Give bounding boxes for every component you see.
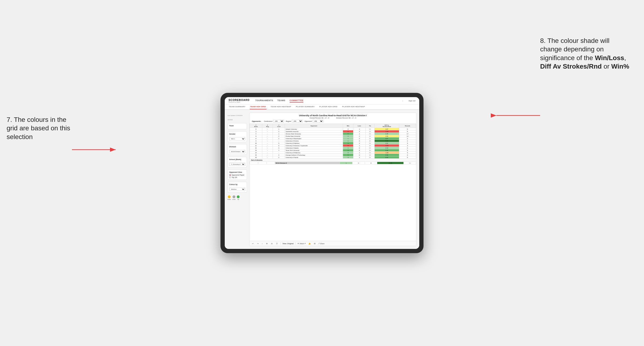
cell-loss: 1 — [353, 128, 366, 130]
legend-up-circle — [237, 195, 240, 198]
conference-filter-select[interactable]: (All) — [273, 120, 284, 123]
cell-opponent: Vanderbilt University — [285, 130, 343, 133]
cell-opponent: Florida State University — [285, 135, 343, 137]
sub-nav-player-summary[interactable]: PLAYER SUMMARY — [295, 104, 315, 109]
cell-opponent: University of Virginia — [285, 147, 343, 149]
sub-nav-team-h2h-grid[interactable]: TEAM H2H GRID — [250, 104, 266, 109]
gender-select[interactable]: Men's — [229, 137, 245, 141]
cell-reg: - — [262, 156, 273, 159]
grid-header: University of North Carolina Head-to-Hea… — [250, 113, 416, 124]
radio-top100[interactable]: Top 100 — [229, 176, 245, 178]
sub-nav-player-h2h-heatmap[interactable]: PLAYER H2H HEATMAP — [342, 104, 366, 109]
nav-back-btn[interactable]: ‹ — [261, 242, 264, 245]
watch-btn[interactable]: 👁 Watch ▾ — [298, 243, 306, 244]
cell-reg: - — [262, 142, 273, 145]
cell-loss: 0 — [353, 137, 366, 140]
bottom-toolbar: ↩ ↪ ‹ ⊕ ⊖ ⏱ View: Original 👁 Watch ▾ 👍 ⊞ — [250, 241, 416, 246]
cell-reg: - — [262, 130, 273, 133]
grid-btn[interactable]: ⊞ — [313, 242, 316, 245]
region-filter-select[interactable]: (All) — [292, 120, 303, 123]
cell-rounds: 12 — [399, 135, 416, 137]
cell-diff: -2.29 — [374, 130, 399, 133]
cell-tie: 0 — [366, 133, 374, 135]
radio-opponents-played[interactable]: Opponents Played — [229, 174, 245, 176]
opponent-filter-label: Opponent — [304, 120, 312, 122]
cell-rank: 3 — [250, 130, 262, 133]
cell-tie-out: 0 — [365, 162, 377, 164]
nav-teams[interactable]: TEAMS — [278, 99, 286, 103]
cell-rank-out — [250, 162, 258, 164]
grid-filters: Opponents: Conference (All) Region (All) — [252, 120, 414, 123]
cell-win: 5 — [343, 154, 353, 156]
cell-rounds: 3 — [399, 137, 416, 140]
cell-loss: 1 — [353, 152, 366, 154]
nav-committee[interactable]: COMMITTEE — [290, 99, 304, 103]
opponents-label: Opponents: — [252, 120, 261, 122]
team-label: Team — [229, 125, 245, 127]
legend-down-label: Down — [228, 199, 231, 200]
sub-nav-team-h2h-heatmap[interactable]: TEAM H2H HEATMAP — [270, 104, 292, 109]
cell-tie: 0 — [366, 152, 374, 154]
sub-nav-team-summary[interactable]: TEAM SUMMARY — [228, 104, 246, 109]
cell-loss: 1 — [353, 133, 366, 135]
cell-opponent: University of Arizona — [285, 140, 343, 142]
main-content: Last Updated: 27/03/2024 16:55:38 Team G… — [225, 110, 419, 249]
gender-section: Gender Men's — [228, 131, 247, 142]
cell-loss: 4 — [353, 130, 366, 133]
conference-filter-label: Conference — [264, 120, 272, 122]
legend-level: Level — [232, 195, 235, 200]
cell-rank: 16 — [250, 156, 262, 159]
share-btn[interactable]: ↗ Share — [318, 243, 324, 244]
school-select[interactable]: 1. University of Nort... — [229, 163, 245, 166]
cell-win-out: 1 — [340, 162, 352, 164]
grid-table-container: #Rank #Reg #Conf Opponent Win Loss Tie D… — [250, 124, 416, 241]
cell-diff: 2.33 — [374, 147, 399, 149]
cell-opponent: Texas Tech University — [285, 149, 343, 152]
cell-reg: - — [262, 128, 273, 130]
redo-btn[interactable]: ↪ — [256, 242, 260, 245]
cell-win: 3 — [343, 152, 353, 154]
col-conf: #Conf — [273, 124, 285, 128]
cell-tie: 0 — [366, 145, 374, 147]
cell-conf: 4 — [273, 154, 285, 156]
cell-opponent: University of Washington — [285, 137, 343, 140]
cell-rank: 11 — [250, 145, 262, 147]
division-record: Division Record: 88 - 17 - 0 — [336, 117, 356, 119]
cell-rank: 6 — [250, 135, 262, 137]
right-panel: University of North Carolina Head-to-Hea… — [249, 113, 416, 246]
cell-opponent: University of Oklahoma — [285, 152, 343, 154]
table-row: 13 - 1 Texas Tech University 3 0 0 5.56 … — [250, 149, 416, 152]
clock-btn[interactable]: ⏱ — [275, 242, 278, 245]
cell-win: 1 — [343, 137, 353, 140]
last-updated: Last Updated: 27/03/2024 16:55:38 — [228, 113, 247, 121]
division-select[interactable]: NCAA Division I — [229, 150, 245, 153]
minus-btn[interactable]: ⊖ — [270, 242, 273, 245]
annotation-left: 7. The colours in the grid are based on … — [6, 116, 73, 141]
cell-tie: 0 — [366, 140, 374, 142]
cell-opponent: Arizona State University — [285, 133, 343, 135]
cell-rank: 14 — [250, 152, 262, 154]
cell-conf: 6 — [273, 145, 285, 147]
sign-out-link[interactable]: Sign out — [409, 100, 416, 102]
legend-up: Up — [237, 195, 240, 200]
colour-by-select[interactable]: Win/loss — [229, 188, 245, 191]
thumbs-btn[interactable]: 👍 — [308, 242, 312, 245]
cell-reg: - — [262, 137, 273, 140]
cell-tie: 0 — [366, 128, 374, 130]
cell-rounds: 8 — [399, 142, 416, 145]
nav-tournaments[interactable]: TOURNAMENTS — [255, 99, 273, 103]
cell-rank: 9 — [250, 140, 262, 142]
cell-rounds: 9 — [399, 156, 416, 159]
opponent-view-label: Opponent View — [229, 171, 245, 173]
radio-dot-unselected — [229, 176, 231, 178]
add-btn[interactable]: ⊕ — [265, 242, 268, 245]
nav-links: TOURNAMENTS TEAMS COMMITTEE — [255, 99, 323, 103]
sub-nav-player-h2h-grid[interactable]: PLAYER H2H GRID — [319, 104, 338, 109]
opponent-filter-select[interactable]: (All) — [312, 120, 324, 123]
cell-conf: 2 — [273, 130, 285, 133]
view-original[interactable]: View: Original — [282, 243, 294, 244]
cell-loss: 0 — [353, 154, 366, 156]
cell-loss: 2 — [353, 135, 366, 137]
undo-btn[interactable]: ↩ — [252, 242, 254, 245]
cell-loss-out: 0 — [352, 162, 365, 164]
